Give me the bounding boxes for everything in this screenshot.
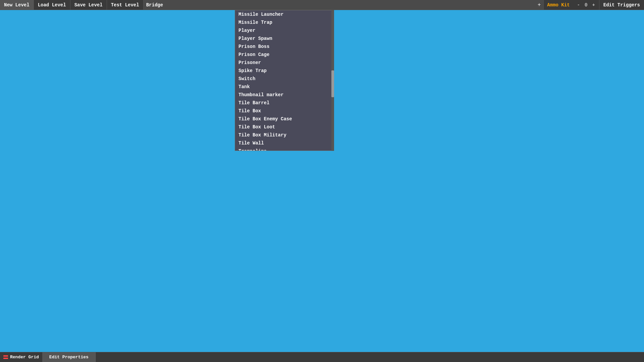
new-level-button[interactable]: New Level <box>0 0 34 10</box>
dropdown-item[interactable]: Tank <box>235 83 334 91</box>
minus-button[interactable]: - <box>576 2 581 8</box>
dropdown-item[interactable]: Tile Box <box>235 107 334 115</box>
dropdown-item[interactable]: Tile Barrel <box>235 99 334 107</box>
save-level-button[interactable]: Save Level <box>70 0 107 10</box>
plus-button[interactable]: + <box>591 2 596 8</box>
level-plus-icon[interactable]: + <box>538 2 541 8</box>
dropdown-item[interactable]: Tile Wall <box>235 139 334 147</box>
dropdown-item[interactable]: Switch <box>235 75 334 83</box>
indicator-line-1 <box>3 355 8 357</box>
edit-properties-button[interactable]: Edit Properties <box>43 352 96 362</box>
test-level-button[interactable]: Test Level <box>107 0 144 10</box>
dropdown-item[interactable]: Prisoner <box>235 59 334 67</box>
load-level-button[interactable]: Load Level <box>34 0 70 10</box>
dropdown-item[interactable]: Tile Box Loot <box>235 123 334 131</box>
dropdown-item[interactable]: Player Spawn <box>235 35 334 43</box>
selected-object-label: Ammo Kit <box>544 2 573 8</box>
toolbar: New Level Load Level Save Level Test Lev… <box>0 0 644 10</box>
dropdown-item[interactable]: Trampoline <box>235 147 334 151</box>
render-grid-label: Render Grid <box>10 355 39 360</box>
dropdown-item[interactable]: Prison Boss <box>235 43 334 51</box>
dropdown-item[interactable]: Spike Trap <box>235 67 334 75</box>
level-selector[interactable]: Bridge + <box>144 0 544 10</box>
dropdown-item[interactable]: Player <box>235 26 334 35</box>
render-grid-icon <box>3 355 8 359</box>
object-counter: 0 <box>583 2 589 8</box>
bottom-bar: Render Grid Edit Properties <box>0 352 644 362</box>
edit-triggers-button[interactable]: Edit Triggers <box>599 0 644 10</box>
dropdown-item[interactable]: Tile Box Military <box>235 131 334 139</box>
level-name: Bridge <box>146 2 163 8</box>
panel-controls: - 0 + <box>573 2 599 8</box>
dropdown-item[interactable]: Missile Trap <box>235 18 334 26</box>
dropdown-item[interactable]: Thumbnail marker <box>235 91 334 99</box>
dropdown-panel: Missile LauncherMissile TrapPlayerPlayer… <box>235 10 334 151</box>
dropdown-item[interactable]: Prison Cage <box>235 51 334 59</box>
dropdown-item[interactable]: Tile Box Enemy Case <box>235 115 334 123</box>
scrollbar-thumb[interactable] <box>331 70 334 97</box>
render-grid-indicator[interactable]: Render Grid <box>0 352 43 362</box>
indicator-line-2 <box>3 358 8 359</box>
object-panel: Ammo Kit - 0 + Edit Triggers <box>544 0 644 10</box>
dropdown-item[interactable]: Missile Launcher <box>235 10 334 18</box>
scrollbar-track[interactable] <box>331 10 334 151</box>
